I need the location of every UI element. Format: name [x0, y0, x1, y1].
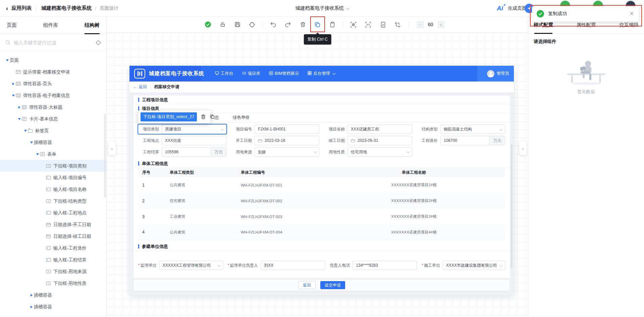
back-chevron-icon[interactable]: ‹	[6, 5, 8, 11]
chevron-right-icon[interactable]	[11, 81, 16, 86]
tree-item[interactable]: 标签页	[0, 125, 106, 137]
tree-item[interactable]: 提示弹窗-档案移交申请	[0, 66, 106, 78]
input-control[interactable]: 105598万元	[162, 147, 226, 157]
scrollbar-thumb[interactable]	[511, 144, 513, 268]
tree-item[interactable]: 下拉框-结构类型	[0, 195, 106, 207]
input-control[interactable]: XXX街道	[162, 136, 226, 145]
chevron-right-icon[interactable]	[29, 293, 34, 298]
redo-icon[interactable]	[284, 20, 292, 29]
tree-item[interactable]: 日期选择-开工日期	[0, 219, 106, 230]
submit-application-button[interactable]: 提交申请	[320, 281, 345, 289]
scrollbar-thumb[interactable]	[104, 114, 106, 198]
tree-item[interactable]: 弹性容器-页头	[0, 78, 106, 90]
select-control[interactable]: XXXX市政建设集团有限公司	[443, 261, 505, 270]
table-row[interactable]: 4公共建筑WH-FZLHJFXM-DT-004XXXXXXX还建房项目4#楼	[138, 224, 505, 240]
close-icon[interactable]: ✕	[630, 11, 634, 16]
doc-check-icon[interactable]	[379, 20, 387, 29]
date-control[interactable]: 2022-03-16	[255, 136, 319, 145]
zoom-in-button[interactable]: +	[437, 21, 445, 28]
select-control[interactable]: 划拨	[255, 147, 319, 157]
input-control[interactable]: XXX还建房工程	[347, 124, 412, 134]
save-icon[interactable]	[233, 20, 242, 29]
copy-icon[interactable]: 复制 Ctrl C	[313, 20, 322, 29]
breadcrumb-app-name[interactable]: 城建档案电子接收系统	[41, 5, 92, 11]
undo-icon[interactable]	[269, 20, 278, 29]
tree-item[interactable]: 输入框-工程结算	[0, 254, 106, 266]
search-input[interactable]	[14, 40, 92, 45]
tree-item[interactable]: 日期选择-竣工日期	[0, 230, 106, 242]
select-control[interactable]: 房建项目	[162, 124, 226, 134]
nav-menu-2[interactable]: 项目库	[242, 71, 261, 76]
chevron-right-icon[interactable]	[17, 105, 22, 110]
return-link[interactable]: ← 返回	[133, 84, 147, 90]
field-value: 住宅用地	[351, 149, 367, 155]
select-control[interactable]: 住宅用地	[347, 147, 412, 157]
chevron-down-icon[interactable]	[11, 93, 16, 98]
tree-item[interactable]: 插槽容器	[0, 289, 106, 301]
current-page-selector[interactable]: 城建档案电子接收系统	[296, 0, 349, 16]
chevron-down-icon[interactable]	[5, 58, 10, 63]
locate-node-icon[interactable]	[96, 40, 101, 45]
container-icon	[16, 82, 21, 86]
tree-item-label: 下拉框-结构类型	[53, 198, 87, 204]
ai-generate-button[interactable]: Ai✦ 生成页面	[497, 0, 527, 16]
select-control[interactable]: 钢筋混凝土结构	[440, 124, 505, 134]
input-control[interactable]: 134****9283	[353, 261, 417, 270]
tree-item[interactable]: 插槽容器	[0, 137, 106, 148]
date-control[interactable]: 2023-05-31	[347, 136, 412, 145]
tree-item[interactable]: 表单	[0, 148, 106, 160]
input-control[interactable]: FJXM-1-BH001	[255, 124, 319, 134]
tree-item-label: 标签页	[35, 128, 49, 134]
chevron-down-icon[interactable]	[35, 152, 40, 157]
nav-menu-1[interactable]: 工作台	[215, 71, 233, 76]
back-to-app-list[interactable]: 应用列表	[11, 5, 32, 11]
tab-partial[interactable]: 息	[215, 113, 219, 122]
tab-components[interactable]: 组件库	[43, 16, 58, 34]
tree-item-selected[interactable]: 下拉框-项目类别	[0, 160, 106, 172]
chevron-down-icon[interactable]	[23, 128, 28, 133]
status-check-icon[interactable]	[204, 20, 212, 29]
copy-component-icon[interactable]	[210, 114, 215, 120]
input-control[interactable]: 106700万元	[440, 136, 505, 145]
delete-icon[interactable]	[299, 20, 307, 29]
tree-item[interactable]: 页面	[0, 54, 106, 66]
table-row[interactable]: 2住宅建筑WH-FZLHJFXM-DT-002XXXXXXX还建房项目2#楼	[138, 193, 505, 209]
tab-pages[interactable]: 页面	[7, 16, 17, 34]
collapse-right-panel-button[interactable]: ›	[519, 142, 527, 155]
nav-menu-4[interactable]: 后台管理	[308, 71, 335, 76]
code-scan-icon[interactable]	[364, 20, 373, 29]
tree-indent	[41, 246, 46, 251]
input-control[interactable]: 刘XX	[261, 261, 325, 270]
unlock-icon[interactable]	[218, 20, 227, 29]
tree-item[interactable]: 弹性容器-大标题	[0, 101, 106, 113]
field-value: XXX街道	[165, 138, 181, 144]
collapse-left-panel-button[interactable]: ‹	[108, 142, 116, 155]
zoom-out-button[interactable]: −	[417, 21, 424, 28]
tree-item[interactable]: 输入框-工程造价	[0, 242, 106, 254]
preview-focus-icon[interactable]	[349, 20, 358, 29]
tab-green-measures[interactable]: 绿色举措	[233, 113, 250, 122]
tree-item[interactable]: 插槽容器	[0, 301, 106, 313]
table-row[interactable]: 3工业建筑WH-FZLHJFXM-DT-003XXXXXXX还建房项目3#楼	[138, 209, 505, 224]
tree-item[interactable]: 卡片-基本信息	[0, 113, 106, 125]
tree-item[interactable]: 下拉框-用地来源	[0, 266, 106, 277]
select-control[interactable]: XXXXXX工程管理有限公司	[159, 261, 223, 270]
tree-item[interactable]: 下拉框-用地性质	[0, 277, 106, 289]
chevron-right-icon[interactable]	[29, 304, 34, 309]
chevron-down-icon[interactable]	[29, 140, 34, 145]
locate-icon[interactable]	[248, 20, 257, 29]
tree-item[interactable]: 输入框-项目编号	[0, 172, 106, 183]
tree-item[interactable]: 输入框-工程地点	[0, 207, 106, 219]
nav-menu-3[interactable]: BIM管档展示	[269, 71, 299, 76]
crop-icon[interactable]	[393, 20, 402, 29]
delete-component-icon[interactable]	[201, 114, 206, 120]
table-row[interactable]: 1公共建筑WH-FZLHJFXM-DT-001XXXXXXX还建房项目1#楼	[138, 177, 505, 193]
paste-icon[interactable]	[328, 20, 337, 29]
tree-item[interactable]: 弹性容器-电子档案信息	[0, 90, 106, 101]
tree-item[interactable]: 输入框-项目名称	[0, 183, 106, 195]
return-button[interactable]: 返回	[298, 281, 316, 289]
user-menu[interactable]: 管理员	[487, 66, 509, 82]
field-label: 工程结算	[138, 149, 159, 155]
tab-structure-tree[interactable]: 结构树	[85, 16, 100, 34]
chevron-down-icon[interactable]	[17, 116, 22, 121]
